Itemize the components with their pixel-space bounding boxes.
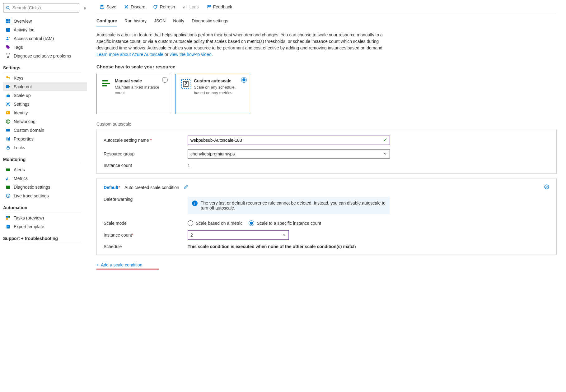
sidebar-item-tags[interactable]: Tags <box>3 43 87 52</box>
sidebar-item-label: Settings <box>14 102 30 107</box>
custom-autoscale-heading: Custom autoscale <box>96 122 557 127</box>
svg-line-52 <box>545 186 548 188</box>
metrics-icon <box>6 176 11 181</box>
svg-rect-36 <box>7 225 10 228</box>
sidebar-item-label: Live trace settings <box>14 193 49 198</box>
diagnose-icon <box>6 53 11 58</box>
add-condition-label: Add a scale condition <box>101 262 142 267</box>
scale-mode-label: Scale mode <box>104 221 188 226</box>
sidebar-item-networking[interactable]: Networking <box>3 117 87 126</box>
sidebar-item-settings[interactable]: Settings <box>3 100 87 108</box>
tab-notify[interactable]: Notify <box>173 16 184 26</box>
learn-more-link[interactable]: Learn more about Azure Autoscale <box>96 52 163 57</box>
sidebar-item-identity[interactable]: Identity <box>3 108 87 117</box>
manual-scale-card[interactable]: Manual scale Maintain a fixed instance c… <box>96 74 171 114</box>
edit-condition-button[interactable] <box>184 184 189 190</box>
refresh-icon <box>153 4 158 9</box>
svg-rect-30 <box>9 177 9 180</box>
tab-run-history[interactable]: Run history <box>124 16 147 26</box>
sidebar-item-diagnose[interactable]: Diagnose and solve problems <box>3 52 87 60</box>
svg-rect-7 <box>7 29 9 29</box>
setting-name-label: Autoscale setting name * <box>104 138 188 143</box>
scale-mode-metric-option[interactable]: Scale based on a metric <box>188 220 242 226</box>
sidebar-item-tasks[interactable]: Tasks (preview) <box>3 214 87 222</box>
sidebar-item-metrics[interactable]: Metrics <box>3 174 87 183</box>
condition-default-label: Default <box>104 185 118 190</box>
disable-condition-button[interactable] <box>544 184 550 191</box>
tags-icon <box>6 45 11 50</box>
search-box[interactable] <box>3 3 79 12</box>
custom-autoscale-card[interactable]: Custom autoscale Scale on any schedule, … <box>175 74 250 114</box>
sidebar-item-label: Metrics <box>14 176 28 181</box>
search-input[interactable] <box>12 5 77 11</box>
resource-group-label: Resource group <box>104 151 188 156</box>
card-subtitle: Maintain a fixed instance count <box>115 85 166 96</box>
sidebar-item-label: Properties <box>14 136 34 141</box>
sidebar-item-overview[interactable]: Overview <box>3 17 87 25</box>
condition-subtitle: Auto created scale condition <box>124 185 179 190</box>
save-icon <box>100 4 105 9</box>
sidebar-item-scale-up[interactable]: Scale up <box>3 91 87 100</box>
schedule-label: Schedule <box>104 244 188 249</box>
manual-scale-radio[interactable] <box>162 77 168 83</box>
instance-count-value: 1 <box>188 163 550 168</box>
add-scale-condition-button[interactable]: + Add a scale condition <box>96 261 142 269</box>
sidebar-item-alerts[interactable]: Alerts <box>3 165 87 174</box>
properties-icon <box>6 136 11 141</box>
svg-rect-46 <box>102 80 108 81</box>
toolbar-label: Feedback <box>213 4 232 9</box>
sidebar-item-access-control[interactable]: Access control (IAM) <box>3 34 87 43</box>
tab-diagnostic-settings[interactable]: Diagnostic settings <box>192 16 228 26</box>
howto-video-link[interactable]: view the how-to video <box>170 52 212 57</box>
card-title: Manual scale <box>115 78 166 83</box>
sidebar-item-scale-out[interactable]: Scale out <box>3 82 87 91</box>
manual-scale-icon <box>101 78 111 88</box>
svg-rect-29 <box>7 178 8 180</box>
svg-rect-24 <box>8 138 9 141</box>
choose-scale-title: Choose how to scale your resource <box>96 64 557 69</box>
discard-button[interactable]: Discard <box>121 2 148 11</box>
svg-point-20 <box>6 120 10 123</box>
keys-icon <box>6 76 11 81</box>
svg-rect-42 <box>185 6 185 8</box>
sidebar-item-properties[interactable]: Properties <box>3 135 87 143</box>
collapse-sidebar-icon[interactable]: « <box>82 4 87 11</box>
svg-point-19 <box>7 112 8 113</box>
custom-autoscale-radio[interactable] <box>241 77 247 83</box>
sidebar-item-export-template[interactable]: Export template <box>3 222 87 231</box>
networking-icon <box>6 119 11 124</box>
plus-icon: + <box>96 262 99 267</box>
gear-icon <box>6 102 11 107</box>
logs-button: Logs <box>179 2 202 11</box>
toolbar-label: Save <box>106 4 116 9</box>
svg-rect-26 <box>7 147 9 149</box>
sidebar-item-locks[interactable]: Locks <box>3 143 87 152</box>
save-button[interactable]: Save <box>96 2 119 11</box>
info-icon: i <box>192 201 198 206</box>
sidebar-item-label: Access control (IAM) <box>14 36 54 41</box>
sidebar-item-activity-log[interactable]: Activity log <box>3 25 87 34</box>
radio-label: Scale based on a metric <box>196 221 242 226</box>
tab-configure[interactable]: Configure <box>96 16 117 26</box>
sidebar-item-live-trace[interactable]: Live trace settings <box>3 191 87 200</box>
scale-mode-count-option[interactable]: Scale to a specific instance count <box>249 220 321 226</box>
chevron-down-icon <box>282 233 286 237</box>
sidebar-item-label: Diagnose and solve problems <box>14 53 71 58</box>
svg-rect-38 <box>101 5 103 6</box>
cond-instance-count-select[interactable]: 2 <box>188 230 289 240</box>
sidebar-item-diagnostic-settings[interactable]: Diagnostic settings <box>3 183 87 191</box>
sidebar-item-keys[interactable]: Keys <box>3 74 87 82</box>
sidebar-item-custom-domain[interactable]: Custom domain <box>3 126 87 135</box>
resource-group-select[interactable]: chenyltestpremiumwps <box>188 149 390 159</box>
validation-check-icon <box>383 138 387 143</box>
setting-name-input[interactable] <box>188 136 390 145</box>
sidebar-item-label: Locks <box>14 145 25 150</box>
svg-rect-18 <box>6 111 10 114</box>
sidebar-item-label: Tasks (preview) <box>14 215 44 220</box>
sidebar-item-label: Alerts <box>14 167 25 172</box>
sidebar-item-label: Diagnostic settings <box>14 185 50 190</box>
feedback-button[interactable]: Feedback <box>203 2 235 11</box>
delete-warning-text: The very last or default recurrence rule… <box>201 201 386 210</box>
refresh-button[interactable]: Refresh <box>150 2 178 11</box>
tab-json[interactable]: JSON <box>154 16 166 26</box>
